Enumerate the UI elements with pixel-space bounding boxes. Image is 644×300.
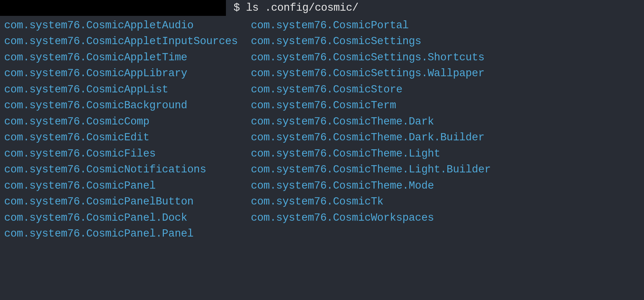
- directory-entry: com.system76.CosmicSettings.Wallpaper: [251, 66, 491, 82]
- directory-entry: com.system76.CosmicPanelButton: [4, 194, 238, 210]
- directory-entry: com.system76.CosmicTheme.Mode: [251, 178, 491, 194]
- directory-entry: com.system76.CosmicTheme.Dark: [251, 114, 491, 130]
- directory-entry: com.system76.CosmicAppList: [4, 82, 238, 98]
- directory-entry: com.system76.CosmicPanel: [4, 178, 238, 194]
- directory-entry: com.system76.CosmicPanel.Dock: [4, 210, 238, 226]
- directory-entry: com.system76.CosmicNotifications: [4, 162, 238, 178]
- prompt-line: $ ls .config/cosmic/: [0, 0, 644, 16]
- redacted-hostname: [0, 0, 226, 16]
- directory-entry: com.system76.CosmicTerm: [251, 98, 491, 114]
- directory-entry: com.system76.CosmicStore: [251, 82, 491, 98]
- directory-entry: com.system76.CosmicWorkspaces: [251, 210, 491, 226]
- directory-entry: com.system76.CosmicAppletAudio: [4, 18, 238, 34]
- directory-entry: com.system76.CosmicTheme.Light.Builder: [251, 162, 491, 178]
- directory-entry: com.system76.CosmicTheme.Dark.Builder: [251, 130, 491, 146]
- directory-entry: com.system76.CosmicEdit: [4, 130, 238, 146]
- directory-entry: com.system76.CosmicTheme.Light: [251, 146, 491, 162]
- directory-entry: com.system76.CosmicPanel.Panel: [4, 226, 238, 242]
- directory-entry: com.system76.CosmicAppletInputSources: [4, 33, 238, 50]
- ls-output: com.system76.CosmicAppletAudio com.syste…: [0, 18, 644, 242]
- ls-column-1: com.system76.CosmicAppletAudio com.syste…: [4, 18, 238, 242]
- directory-entry: com.system76.CosmicSettings: [251, 33, 491, 50]
- directory-entry: com.system76.CosmicPortal: [251, 18, 491, 34]
- directory-entry: com.system76.CosmicTk: [251, 194, 491, 210]
- ls-column-2: com.system76.CosmicPortal com.system76.C…: [251, 18, 491, 242]
- prompt-command: $ ls .config/cosmic/: [227, 0, 358, 16]
- directory-entry: com.system76.CosmicBackground: [4, 98, 238, 114]
- directory-entry: com.system76.CosmicSettings.Shortcuts: [251, 50, 491, 66]
- directory-entry: com.system76.CosmicAppletTime: [4, 50, 238, 66]
- directory-entry: com.system76.CosmicFiles: [4, 146, 238, 162]
- directory-entry: com.system76.CosmicComp: [4, 114, 238, 130]
- terminal-window[interactable]: $ ls .config/cosmic/ com.system76.Cosmic…: [0, 0, 644, 300]
- directory-entry: com.system76.CosmicAppLibrary: [4, 66, 238, 82]
